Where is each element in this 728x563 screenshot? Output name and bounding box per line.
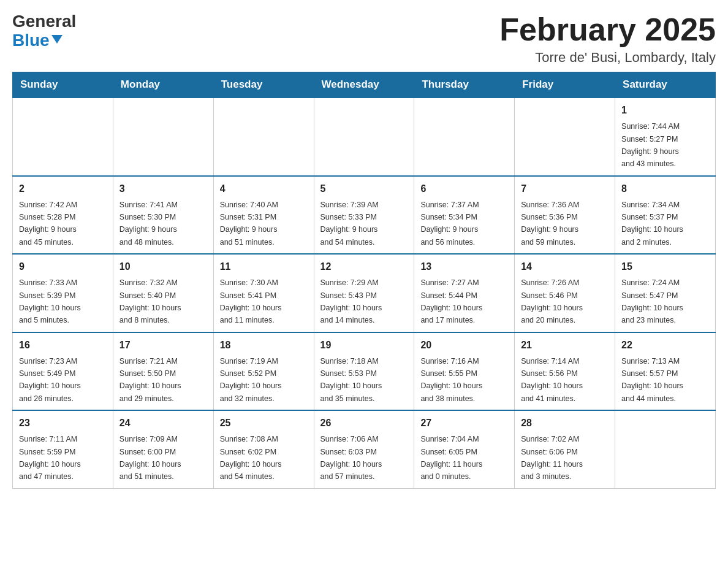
location: Torre de' Busi, Lombardy, Italy — [499, 50, 716, 66]
month-title: February 2025 — [499, 12, 716, 47]
day-number: 11 — [220, 259, 308, 274]
day-info: Sunrise: 7:44 AM Sunset: 5:27 PM Dayligh… — [621, 122, 680, 168]
day-info: Sunrise: 7:32 AM Sunset: 5:40 PM Dayligh… — [119, 278, 181, 324]
day-number: 22 — [621, 338, 709, 353]
header-monday: Monday — [113, 72, 213, 98]
day-info: Sunrise: 7:29 AM Sunset: 5:43 PM Dayligh… — [320, 278, 382, 324]
day-cell — [515, 98, 615, 176]
day-info: Sunrise: 7:06 AM Sunset: 6:03 PM Dayligh… — [320, 435, 382, 481]
day-cell: 11Sunrise: 7:30 AM Sunset: 5:41 PM Dayli… — [213, 254, 314, 332]
logo: General Blue — [12, 12, 76, 50]
day-number: 13 — [420, 259, 508, 274]
page-header: General Blue February 2025 Torre de' Bus… — [12, 12, 716, 66]
day-info: Sunrise: 7:02 AM Sunset: 6:06 PM Dayligh… — [521, 435, 583, 481]
day-info: Sunrise: 7:13 AM Sunset: 5:57 PM Dayligh… — [621, 357, 683, 403]
day-number: 1 — [621, 103, 709, 118]
day-info: Sunrise: 7:39 AM Sunset: 5:33 PM Dayligh… — [320, 201, 379, 247]
day-number: 15 — [621, 259, 709, 274]
day-cell: 21Sunrise: 7:14 AM Sunset: 5:56 PM Dayli… — [515, 332, 615, 411]
day-info: Sunrise: 7:04 AM Sunset: 6:05 PM Dayligh… — [420, 435, 482, 481]
day-cell: 15Sunrise: 7:24 AM Sunset: 5:47 PM Dayli… — [615, 254, 716, 332]
day-number: 20 — [420, 338, 508, 353]
day-info: Sunrise: 7:24 AM Sunset: 5:47 PM Dayligh… — [621, 278, 683, 324]
day-cell: 7Sunrise: 7:36 AM Sunset: 5:36 PM Daylig… — [515, 176, 615, 255]
day-number: 8 — [621, 182, 709, 196]
day-number: 9 — [19, 259, 107, 274]
day-info: Sunrise: 7:42 AM Sunset: 5:28 PM Dayligh… — [19, 201, 77, 247]
day-cell: 8Sunrise: 7:34 AM Sunset: 5:37 PM Daylig… — [615, 176, 716, 255]
day-cell: 9Sunrise: 7:33 AM Sunset: 5:39 PM Daylig… — [13, 254, 113, 332]
logo-triangle-icon — [51, 35, 63, 44]
day-cell: 13Sunrise: 7:27 AM Sunset: 5:44 PM Dayli… — [414, 254, 515, 332]
day-info: Sunrise: 7:14 AM Sunset: 5:56 PM Dayligh… — [521, 357, 583, 403]
header-saturday: Saturday — [615, 72, 716, 98]
day-cell: 26Sunrise: 7:06 AM Sunset: 6:03 PM Dayli… — [314, 410, 414, 488]
day-info: Sunrise: 7:36 AM Sunset: 5:36 PM Dayligh… — [521, 201, 579, 247]
day-cell: 22Sunrise: 7:13 AM Sunset: 5:57 PM Dayli… — [615, 332, 716, 411]
day-number: 18 — [220, 338, 308, 353]
day-cell: 2Sunrise: 7:42 AM Sunset: 5:28 PM Daylig… — [13, 176, 113, 255]
day-cell: 28Sunrise: 7:02 AM Sunset: 6:06 PM Dayli… — [515, 410, 615, 488]
week-row-2: 2Sunrise: 7:42 AM Sunset: 5:28 PM Daylig… — [13, 176, 716, 255]
day-number: 19 — [320, 338, 408, 353]
day-info: Sunrise: 7:19 AM Sunset: 5:52 PM Dayligh… — [220, 357, 282, 403]
day-cell: 17Sunrise: 7:21 AM Sunset: 5:50 PM Dayli… — [113, 332, 213, 411]
day-cell — [213, 98, 314, 176]
day-info: Sunrise: 7:08 AM Sunset: 6:02 PM Dayligh… — [220, 435, 282, 481]
day-info: Sunrise: 7:37 AM Sunset: 5:34 PM Dayligh… — [420, 201, 479, 247]
day-number: 26 — [320, 416, 408, 431]
day-number: 21 — [521, 338, 609, 353]
week-row-4: 16Sunrise: 7:23 AM Sunset: 5:49 PM Dayli… — [13, 332, 716, 411]
day-info: Sunrise: 7:11 AM Sunset: 5:59 PM Dayligh… — [19, 435, 81, 481]
day-cell: 16Sunrise: 7:23 AM Sunset: 5:49 PM Dayli… — [13, 332, 113, 411]
day-cell: 27Sunrise: 7:04 AM Sunset: 6:05 PM Dayli… — [414, 410, 515, 488]
day-cell: 12Sunrise: 7:29 AM Sunset: 5:43 PM Dayli… — [314, 254, 414, 332]
day-info: Sunrise: 7:40 AM Sunset: 5:31 PM Dayligh… — [220, 201, 278, 247]
day-number: 5 — [320, 182, 408, 196]
day-info: Sunrise: 7:23 AM Sunset: 5:49 PM Dayligh… — [19, 357, 81, 403]
day-cell — [314, 98, 414, 176]
week-row-5: 23Sunrise: 7:11 AM Sunset: 5:59 PM Dayli… — [13, 410, 716, 488]
calendar: Sunday Monday Tuesday Wednesday Thursday… — [12, 72, 716, 489]
week-row-3: 9Sunrise: 7:33 AM Sunset: 5:39 PM Daylig… — [13, 254, 716, 332]
header-thursday: Thursday — [414, 72, 515, 98]
day-cell: 6Sunrise: 7:37 AM Sunset: 5:34 PM Daylig… — [414, 176, 515, 255]
header-tuesday: Tuesday — [213, 72, 314, 98]
day-cell: 19Sunrise: 7:18 AM Sunset: 5:53 PM Dayli… — [314, 332, 414, 411]
day-number: 4 — [220, 182, 308, 196]
day-cell: 10Sunrise: 7:32 AM Sunset: 5:40 PM Dayli… — [113, 254, 213, 332]
day-info: Sunrise: 7:26 AM Sunset: 5:46 PM Dayligh… — [521, 278, 583, 324]
day-info: Sunrise: 7:09 AM Sunset: 6:00 PM Dayligh… — [119, 435, 181, 481]
day-info: Sunrise: 7:30 AM Sunset: 5:41 PM Dayligh… — [220, 278, 282, 324]
day-cell: 14Sunrise: 7:26 AM Sunset: 5:46 PM Dayli… — [515, 254, 615, 332]
day-cell: 1Sunrise: 7:44 AM Sunset: 5:27 PM Daylig… — [615, 98, 716, 176]
logo-general: General — [12, 12, 76, 31]
header-friday: Friday — [515, 72, 615, 98]
weekday-header-row: Sunday Monday Tuesday Wednesday Thursday… — [13, 72, 716, 98]
logo-blue: Blue — [12, 31, 76, 50]
day-number: 12 — [320, 259, 408, 274]
day-cell — [113, 98, 213, 176]
day-number: 17 — [119, 338, 207, 353]
day-number: 10 — [119, 259, 207, 274]
day-info: Sunrise: 7:41 AM Sunset: 5:30 PM Dayligh… — [119, 201, 178, 247]
day-cell: 24Sunrise: 7:09 AM Sunset: 6:00 PM Dayli… — [113, 410, 213, 488]
day-cell — [615, 410, 716, 488]
day-number: 24 — [119, 416, 207, 431]
day-cell: 3Sunrise: 7:41 AM Sunset: 5:30 PM Daylig… — [113, 176, 213, 255]
day-info: Sunrise: 7:18 AM Sunset: 5:53 PM Dayligh… — [320, 357, 382, 403]
title-section: February 2025 Torre de' Busi, Lombardy, … — [499, 12, 716, 66]
day-cell: 23Sunrise: 7:11 AM Sunset: 5:59 PM Dayli… — [13, 410, 113, 488]
day-info: Sunrise: 7:16 AM Sunset: 5:55 PM Dayligh… — [420, 357, 482, 403]
day-cell — [13, 98, 113, 176]
day-number: 25 — [220, 416, 308, 431]
week-row-1: 1Sunrise: 7:44 AM Sunset: 5:27 PM Daylig… — [13, 98, 716, 176]
day-number: 6 — [420, 182, 508, 196]
header-sunday: Sunday — [13, 72, 113, 98]
day-cell: 25Sunrise: 7:08 AM Sunset: 6:02 PM Dayli… — [213, 410, 314, 488]
day-cell: 20Sunrise: 7:16 AM Sunset: 5:55 PM Dayli… — [414, 332, 515, 411]
day-number: 7 — [521, 182, 609, 196]
header-wednesday: Wednesday — [314, 72, 414, 98]
day-info: Sunrise: 7:33 AM Sunset: 5:39 PM Dayligh… — [19, 278, 81, 324]
day-cell: 18Sunrise: 7:19 AM Sunset: 5:52 PM Dayli… — [213, 332, 314, 411]
